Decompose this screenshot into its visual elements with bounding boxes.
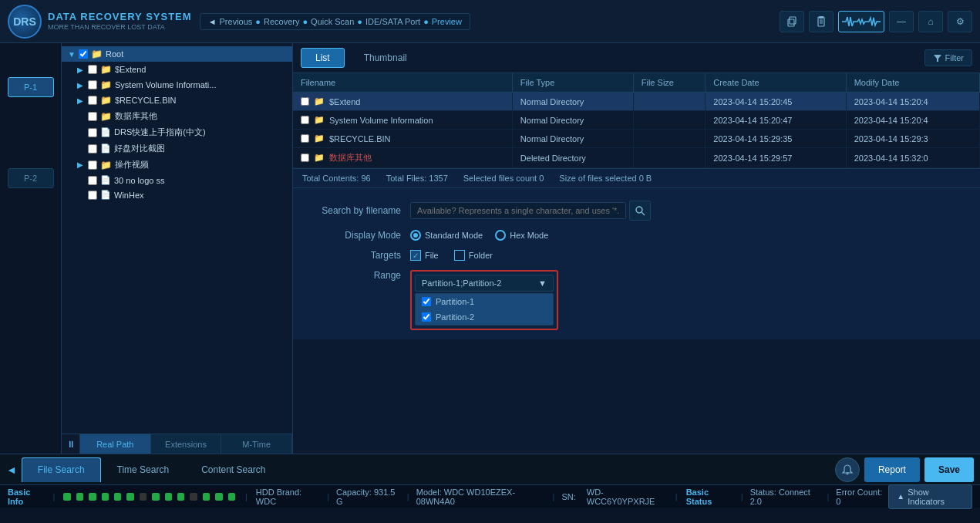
settings-button[interactable]: ⚙ (948, 11, 972, 32)
item-checkbox[interactable] (88, 65, 97, 74)
folder-target-checkbox[interactable] (454, 250, 465, 261)
folder-icon: 📁 (314, 133, 325, 143)
expand-icon: ▼ (68, 50, 76, 59)
list-item[interactable]: 📁 数据库其他 (62, 108, 292, 124)
item-checkbox[interactable] (88, 80, 97, 89)
p1-label[interactable]: P-1 (8, 77, 54, 97)
breadcrumb-item-1[interactable]: Recovery (264, 17, 299, 26)
col-filename: Filename (293, 73, 512, 93)
file-table: Filename File Type File Size Create Date… (293, 73, 980, 168)
pause-button[interactable]: ⏸ (62, 434, 80, 454)
col-filesize: File Size (633, 73, 706, 93)
filesize-cell (633, 93, 706, 111)
breadcrumb-arrow: ◄ (208, 17, 217, 26)
filter-button[interactable]: Filter (924, 49, 972, 66)
paste-button[interactable] (809, 11, 834, 32)
file-target-checkbox[interactable]: ✓ (410, 250, 421, 261)
sep5: | (553, 492, 555, 501)
app-subtitle: MORE THAN RECOVER LOST DATA (48, 23, 192, 32)
breadcrumb-item-4[interactable]: Preview (432, 17, 462, 26)
breadcrumb-item-3[interactable]: IDE/SATA Port (365, 17, 420, 26)
search-input[interactable] (410, 202, 626, 219)
sep6: | (675, 492, 678, 501)
item-checkbox[interactable] (88, 128, 97, 137)
table-row[interactable]: 📁 System Volume Information Normal Direc… (293, 111, 980, 130)
notify-button[interactable] (835, 457, 860, 482)
bottom-arrow[interactable]: ◄ (6, 464, 17, 476)
logo-area: DRS DATA RECOVERY SYSTEM MORE THAN RECOV… (8, 5, 192, 39)
table-row[interactable]: 📁 $Extend Normal Directory 2023-04-14 15… (293, 93, 980, 111)
minimize-button[interactable]: — (889, 11, 914, 32)
row-checkbox[interactable] (301, 116, 309, 124)
table-footer: Total Contents: 96 Total Files: 1357 Sel… (293, 168, 980, 187)
copy-button[interactable] (780, 11, 804, 32)
tab-content-search[interactable]: Content Search (185, 457, 281, 482)
breadcrumb-item-2[interactable]: Quick Scan (311, 17, 354, 26)
tab-m-time[interactable]: M-Time (221, 434, 292, 454)
standard-mode-option[interactable]: Standard Mode (410, 230, 483, 241)
partition2-option[interactable]: Partition-2 (416, 309, 553, 325)
item-checkbox[interactable] (88, 176, 97, 185)
item-checkbox[interactable] (88, 191, 97, 200)
save-button[interactable]: Save (924, 457, 974, 482)
hex-mode-radio[interactable] (495, 230, 506, 241)
list-item[interactable]: ▶ 📁 $Extend (62, 62, 292, 77)
standard-mode-radio[interactable] (410, 230, 421, 241)
range-select[interactable]: Partition-1;Partition-2 ▼ (415, 275, 554, 292)
file-target-option[interactable]: ✓ File (410, 250, 439, 261)
tab-real-path[interactable]: Real Path (80, 434, 151, 454)
show-indicators-button[interactable]: ▲ Show Indicators (888, 484, 972, 509)
file-table-container[interactable]: Filename File Type File Size Create Date… (293, 73, 980, 168)
hex-mode-option[interactable]: Hex Mode (495, 230, 548, 241)
partition1-checkbox[interactable] (422, 297, 431, 306)
list-item[interactable]: 📄 好盘对比截图 (62, 140, 292, 157)
tab-list[interactable]: List (301, 48, 345, 68)
search-filename-label: Search by filename (316, 205, 401, 216)
filetype-cell: Normal Directory (512, 130, 633, 148)
waveform-button[interactable] (838, 11, 884, 32)
list-item[interactable]: 📄 DRS快速上手指南(中文) (62, 124, 292, 140)
table-row[interactable]: 📁 数据库其他 Deleted Directory 2023-04-14 15:… (293, 148, 980, 168)
breadcrumb-item-0[interactable]: Previous (220, 17, 253, 26)
root-checkbox[interactable] (79, 49, 88, 59)
partition2-label: Partition-2 (436, 312, 474, 322)
row-checkbox[interactable] (301, 97, 309, 106)
item-checkbox[interactable] (88, 144, 97, 154)
createdate-cell: 2023-04-14 15:20:47 (706, 111, 846, 130)
row-checkbox[interactable] (301, 134, 309, 143)
item-checkbox[interactable] (88, 160, 97, 170)
breadcrumb-sep-3: ● (423, 17, 429, 26)
row-checkbox[interactable] (301, 154, 309, 162)
basic-status-label: Basic Status (686, 488, 734, 506)
tab-thumbnail[interactable]: Thumbnail (349, 48, 422, 68)
folder-target-option[interactable]: Folder (454, 250, 493, 261)
tab-time-search[interactable]: Time Search (101, 457, 186, 482)
tree-content: ▼ 📁 Root ▶ 📁 $Extend ▶ 📁 System Volume I… (62, 43, 292, 434)
logo-text: DATA RECOVERY SYSTEM MORE THAN RECOVER L… (48, 11, 192, 31)
list-item[interactable]: ▶ 📁 System Volume Informati... (62, 77, 292, 93)
item-checkbox[interactable] (88, 96, 97, 105)
folder-icon: 📁 (314, 153, 325, 163)
p2-label[interactable]: P-2 (8, 168, 54, 188)
table-row[interactable]: 📁 $RECYCLE.BIN Normal Directory 2023-04-… (293, 130, 980, 148)
search-input-wrap (410, 201, 651, 221)
partition2-checkbox[interactable] (422, 312, 431, 322)
home-button[interactable]: ⌂ (918, 11, 943, 32)
partition1-option[interactable]: Partition-1 (416, 294, 553, 309)
item-checkbox[interactable] (88, 112, 97, 121)
list-item[interactable]: ▶ 📁 操作视频 (62, 157, 292, 173)
list-item[interactable]: ▶ 📁 $RECYCLE.BIN (62, 93, 292, 108)
report-button[interactable]: Report (864, 457, 920, 482)
sep4: | (407, 492, 409, 501)
search-by-filename-row: Search by filename (316, 201, 957, 221)
search-go-button[interactable] (629, 201, 651, 221)
list-item[interactable]: 📄 WinHex (62, 187, 292, 202)
bottom-right-buttons: Report Save (835, 457, 974, 482)
tab-extensions[interactable]: Extensions (151, 434, 222, 454)
tab-file-search[interactable]: File Search (22, 457, 101, 482)
svg-rect-3 (819, 16, 823, 19)
col-modifydate: Modify Date (846, 73, 979, 93)
list-item[interactable]: 📄 30 no logo ss (62, 173, 292, 187)
tree-item-root[interactable]: ▼ 📁 Root (62, 46, 292, 62)
indicator-4 (102, 493, 109, 501)
